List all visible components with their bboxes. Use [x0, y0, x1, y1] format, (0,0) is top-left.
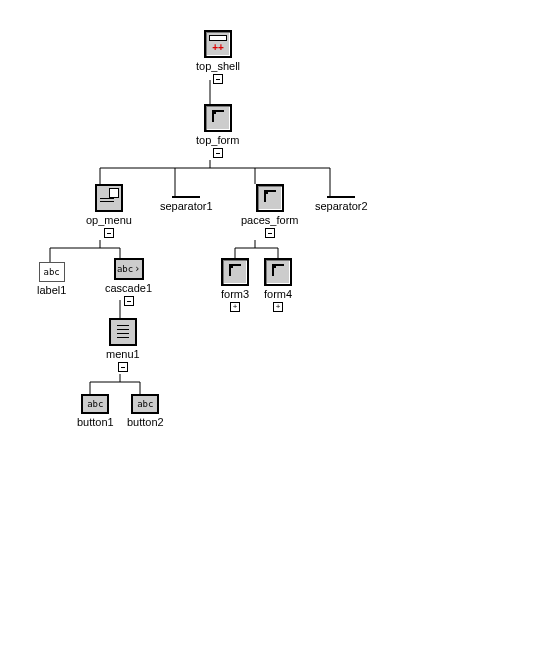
label-icon: abc	[39, 262, 65, 282]
node-label: button2	[127, 416, 164, 428]
cascade-icon: abc	[114, 258, 144, 280]
node-form3[interactable]: form3	[221, 258, 249, 312]
connector-lines	[0, 0, 549, 650]
node-label: label1	[37, 284, 66, 296]
node-label: button1	[77, 416, 114, 428]
expand-toggle[interactable]	[124, 296, 134, 306]
form-icon	[204, 104, 232, 132]
node-label: form3	[221, 288, 249, 300]
expand-toggle[interactable]	[118, 362, 128, 372]
node-label: separator2	[315, 200, 368, 212]
shell-icon	[204, 30, 232, 58]
node-paces-form[interactable]: paces_form	[241, 184, 298, 238]
node-label: form4	[264, 288, 292, 300]
node-separator1[interactable]: separator1	[160, 196, 213, 212]
node-label: paces_form	[241, 214, 298, 226]
node-label: top_shell	[196, 60, 240, 72]
node-menu1[interactable]: menu1	[106, 318, 140, 372]
form-icon	[221, 258, 249, 286]
expand-toggle[interactable]	[104, 228, 114, 238]
node-form4[interactable]: form4	[264, 258, 292, 312]
form-icon	[264, 258, 292, 286]
node-op-menu[interactable]: op_menu	[86, 184, 132, 238]
menu-icon	[109, 318, 137, 346]
node-label: cascade1	[105, 282, 152, 294]
node-button2[interactable]: abc button2	[127, 394, 164, 428]
expand-toggle[interactable]	[265, 228, 275, 238]
node-separator2[interactable]: separator2	[315, 196, 368, 212]
expand-toggle[interactable]	[213, 74, 223, 84]
node-button1[interactable]: abc button1	[77, 394, 114, 428]
expand-toggle[interactable]	[213, 148, 223, 158]
expand-toggle[interactable]	[230, 302, 240, 312]
button-icon: abc	[81, 394, 109, 414]
node-cascade1[interactable]: abc cascade1	[105, 258, 152, 306]
node-label: separator1	[160, 200, 213, 212]
separator-icon	[172, 196, 200, 198]
separator-icon	[327, 196, 355, 198]
node-label: op_menu	[86, 214, 132, 226]
node-top-shell[interactable]: top_shell	[196, 30, 240, 84]
node-label1[interactable]: abc label1	[37, 262, 66, 296]
button-icon: abc	[131, 394, 159, 414]
form-icon	[256, 184, 284, 212]
node-label: top_form	[196, 134, 239, 146]
expand-toggle[interactable]	[273, 302, 283, 312]
widget-tree-diagram: top_shell top_form op_menu separator1 pa…	[0, 0, 549, 650]
node-label: menu1	[106, 348, 140, 360]
option-menu-icon	[95, 184, 123, 212]
node-top-form[interactable]: top_form	[196, 104, 239, 158]
